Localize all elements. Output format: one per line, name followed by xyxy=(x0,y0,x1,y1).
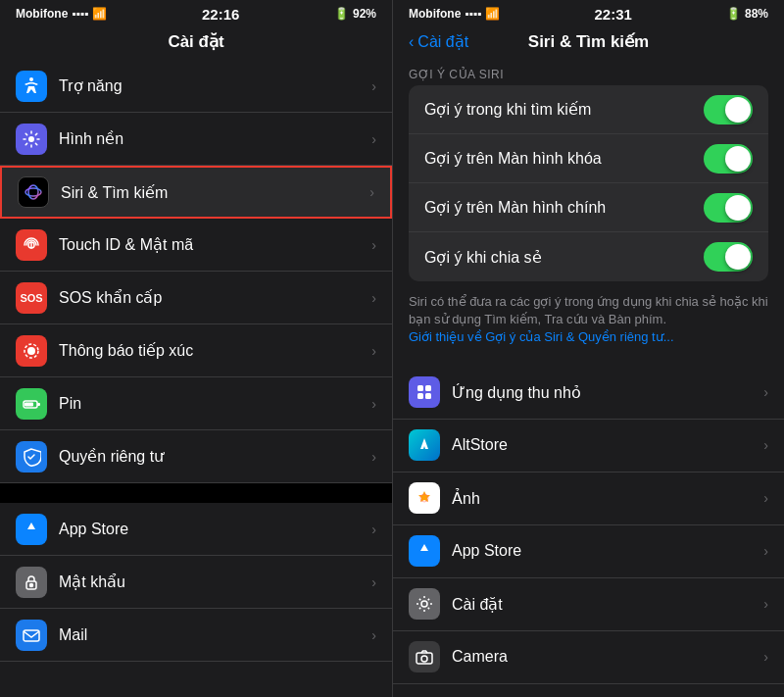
siri-privacy-link[interactable]: Giới thiệu về Gợi ý của Siri & Quyền riê… xyxy=(409,329,674,344)
left-panel: Mobifone ▪▪▪▪ 📶 22:16 🔋 92% Cài đặt Trợ … xyxy=(0,0,392,697)
exposure-icon xyxy=(16,335,47,367)
right-nav-bar: ‹ Cài đặt Siri & Tìm kiếm xyxy=(393,27,784,60)
left-settings-list: Trợ năng › Hình nền › Siri & Tìm kiếm › xyxy=(0,60,392,697)
settings-item-password[interactable]: Mật khẩu › xyxy=(0,556,392,609)
accessibility-chevron: › xyxy=(371,78,376,94)
left-battery-pct: 92% xyxy=(353,7,376,21)
right-appstore-label: App Store xyxy=(452,542,763,560)
toggle-home-switch[interactable] xyxy=(704,193,753,223)
right-signal-icon: ▪▪▪▪ xyxy=(465,7,481,21)
settings-item-siri[interactable]: Siri & Tìm kiếm › xyxy=(0,166,392,219)
right-battery-pct: 88% xyxy=(745,7,768,21)
back-label: Cài đặt xyxy=(417,32,468,51)
toggle-lock-switch[interactable] xyxy=(704,144,753,174)
app-item-settings[interactable]: Cài đặt › xyxy=(393,578,784,631)
app-item-widget[interactable]: Ứng dụng thu nhỏ › xyxy=(393,367,784,420)
settings-chevron: › xyxy=(763,596,768,612)
back-chevron-icon: ‹ xyxy=(409,33,414,51)
password-label: Mật khẩu xyxy=(59,573,371,591)
svg-rect-13 xyxy=(24,630,39,641)
settings-item-wallpaper[interactable]: Hình nền › xyxy=(0,113,392,166)
left-time: 22:16 xyxy=(202,6,239,23)
camera-label: Camera xyxy=(452,648,763,666)
right-status-bar: Mobifone ▪▪▪▪ 📶 22:31 🔋 88% xyxy=(393,0,784,27)
left-wifi-icon: 📶 xyxy=(92,7,107,21)
app-item-appstore[interactable]: App Store › xyxy=(393,525,784,578)
altstore-label: AltStore xyxy=(452,436,763,454)
settings-label: Cài đặt xyxy=(452,595,763,614)
toggle-sharing-switch[interactable] xyxy=(704,242,753,272)
svg-rect-10 xyxy=(37,403,40,406)
apps-section: Ứng dụng thu nhỏ › AltStore › xyxy=(393,367,784,684)
settings-item-appstore[interactable]: App Store › xyxy=(0,503,392,556)
toggle-sharing-label: Gợi ý khi chia sẻ xyxy=(424,248,704,267)
siri-toggles-group: Gợi ý trong khi tìm kiếm Gợi ý trên Màn … xyxy=(409,85,768,281)
app-item-photos[interactable]: Ảnh › xyxy=(393,473,784,525)
svg-point-21 xyxy=(421,656,427,662)
siri-icon xyxy=(18,176,49,208)
section-header-siri: GỢI Ý CỦA SIRI xyxy=(393,60,784,85)
battery-chevron: › xyxy=(371,396,376,412)
camera-chevron: › xyxy=(763,649,768,665)
settings-item-exposure[interactable]: Thông báo tiếp xúc › xyxy=(0,324,392,377)
right-appstore-icon xyxy=(409,535,440,567)
toggle-search-switch[interactable] xyxy=(704,95,753,124)
touchid-label: Touch ID & Mật mã xyxy=(59,235,371,254)
accessibility-icon xyxy=(16,71,47,102)
left-status-bar: Mobifone ▪▪▪▪ 📶 22:16 🔋 92% xyxy=(0,0,392,27)
settings-item-mail[interactable]: Mail › xyxy=(0,609,392,662)
sos-icon: SOS xyxy=(16,282,47,314)
svg-rect-17 xyxy=(425,393,431,399)
mail-label: Mail xyxy=(59,626,371,644)
toggle-lock-label: Gợi ý trên Màn hình khóa xyxy=(424,149,704,168)
altstore-chevron: › xyxy=(763,437,768,453)
right-page-title: Siri & Tìm kiếm xyxy=(528,31,649,52)
toggle-home-screen: Gợi ý trên Màn hình chính xyxy=(409,183,768,232)
svg-point-12 xyxy=(30,583,33,586)
svg-rect-15 xyxy=(425,385,431,391)
right-content: GỢI Ý CỦA SIRI Gợi ý trong khi tìm kiếm … xyxy=(393,60,784,697)
settings-item-privacy[interactable]: Quyền riêng tư › xyxy=(0,430,392,483)
settings-icon xyxy=(409,588,440,620)
settings-item-accessibility[interactable]: Trợ năng › xyxy=(0,60,392,113)
settings-item-battery[interactable]: Pin › xyxy=(0,377,392,430)
mail-chevron: › xyxy=(371,627,376,643)
widget-icon xyxy=(409,376,440,408)
toggle-search-suggestions: Gợi ý trong khi tìm kiếm xyxy=(409,85,768,134)
appstore-icon xyxy=(16,514,47,545)
battery-icon xyxy=(16,388,47,420)
right-appstore-chevron: › xyxy=(763,543,768,559)
sos-label: SOS khẩn cấp xyxy=(59,288,371,307)
accessibility-label: Trợ năng xyxy=(59,76,371,95)
left-signal-icon: ▪▪▪▪ xyxy=(72,7,88,21)
app-item-camera[interactable]: Camera › xyxy=(393,631,784,684)
right-battery-icon: 🔋 xyxy=(726,7,741,21)
toggle-search-label: Gợi ý trong khi tìm kiếm xyxy=(424,100,704,119)
settings-item-touchid[interactable]: Touch ID & Mật mã › xyxy=(0,219,392,272)
photos-label: Ảnh xyxy=(452,489,763,508)
back-button[interactable]: ‹ Cài đặt xyxy=(409,32,468,51)
svg-rect-16 xyxy=(417,393,423,399)
left-title-bar: Cài đặt xyxy=(0,27,392,60)
exposure-label: Thông báo tiếp xúc xyxy=(59,341,371,360)
right-panel: Mobifone ▪▪▪▪ 📶 22:31 🔋 88% ‹ Cài đặt Si… xyxy=(392,0,784,697)
section-separator xyxy=(0,483,392,503)
left-page-title: Cài đặt xyxy=(168,32,223,51)
sos-chevron: › xyxy=(371,290,376,306)
altstore-icon xyxy=(409,429,440,461)
toggle-lock-screen: Gợi ý trên Màn hình khóa xyxy=(409,134,768,183)
settings-item-sos[interactable]: SOS SOS khẩn cấp › xyxy=(0,272,392,324)
svg-point-6 xyxy=(27,347,35,355)
mail-icon xyxy=(16,620,47,651)
password-chevron: › xyxy=(371,574,376,590)
siri-label: Siri & Tìm kiếm xyxy=(61,183,369,202)
left-carrier: Mobifone xyxy=(16,7,68,21)
app-item-altstore[interactable]: AltStore › xyxy=(393,420,784,473)
svg-rect-9 xyxy=(24,402,33,406)
svg-point-19 xyxy=(421,601,427,607)
svg-point-0 xyxy=(29,77,33,81)
right-time: 22:31 xyxy=(594,6,631,23)
siri-chevron: › xyxy=(369,184,374,200)
appstore-label: App Store xyxy=(59,521,371,538)
exposure-chevron: › xyxy=(371,343,376,359)
